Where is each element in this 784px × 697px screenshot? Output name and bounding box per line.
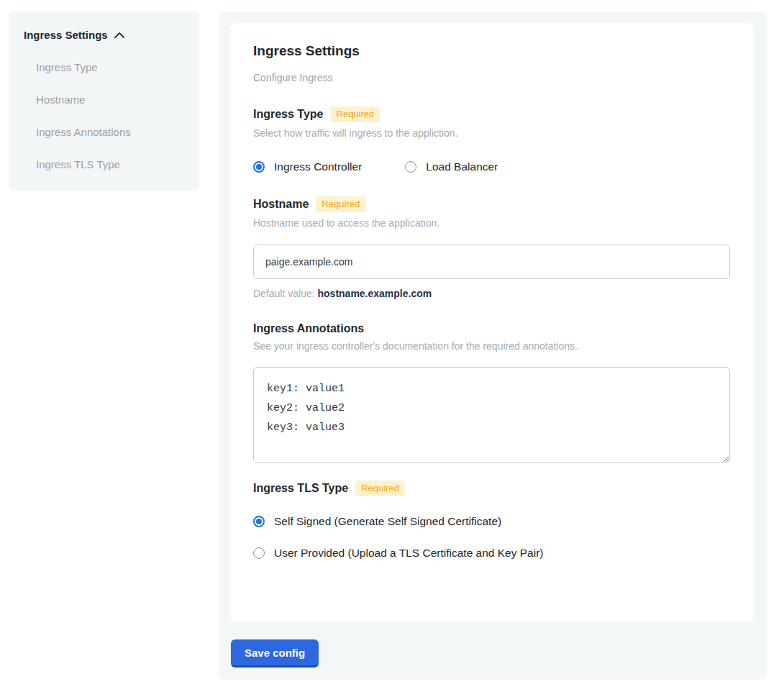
radio-label-load-balancer: Load Balancer (426, 160, 498, 173)
save-config-button[interactable]: Save config (231, 639, 319, 668)
sidebar-item-ingress-annotations[interactable]: Ingress Annotations (23, 126, 185, 138)
ingress-annotations-label: Ingress Annotations (253, 322, 364, 335)
hostname-input[interactable] (253, 245, 730, 279)
radio-option-load-balancer[interactable]: Load Balancer (405, 160, 498, 173)
ingress-settings-panel: Ingress Settings Configure Ingress Ingre… (219, 12, 767, 680)
sidebar-item-ingress-type[interactable]: Ingress Type (23, 61, 185, 73)
radio-user-provided[interactable] (253, 547, 265, 559)
radio-self-signed[interactable] (253, 516, 265, 527)
radio-load-balancer[interactable] (405, 161, 416, 173)
hostname-section: Hostname Required Hostname used to acces… (253, 196, 731, 299)
required-badge: Required (331, 106, 380, 122)
radio-option-self-signed[interactable]: Self Signed (Generate Self Signed Certif… (253, 515, 731, 528)
ingress-tls-type-section: Ingress TLS Type Required Self Signed (G… (253, 480, 731, 560)
hostname-label: Hostname (253, 198, 309, 211)
sidebar-nav-list: Ingress Type Hostname Ingress Annotation… (23, 61, 185, 170)
hostname-default-value: hostname.example.com (318, 288, 432, 299)
sidebar-item-hostname[interactable]: Hostname (23, 94, 185, 106)
ingress-type-section: Ingress Type Required Select how traffic… (253, 106, 731, 173)
ingress-settings-card: Ingress Settings Configure Ingress Ingre… (230, 23, 754, 621)
radio-label-user-provided: User Provided (Upload a TLS Certificate … (274, 547, 543, 560)
radio-label-ingress-controller: Ingress Controller (274, 160, 362, 173)
hostname-description: Hostname used to access the application. (253, 217, 731, 229)
radio-option-user-provided[interactable]: User Provided (Upload a TLS Certificate … (253, 547, 731, 560)
radio-ingress-controller[interactable] (253, 161, 265, 173)
ingress-annotations-section: Ingress Annotations See your ingress con… (253, 322, 731, 463)
hostname-default-prefix: Default value: (253, 288, 318, 299)
page-subtitle: Configure Ingress (253, 72, 731, 83)
sidebar-section-label: Ingress Settings (24, 29, 108, 41)
ingress-settings-sidebar: Ingress Settings Ingress Type Hostname I… (9, 12, 199, 191)
ingress-tls-type-label: Ingress TLS Type (253, 482, 348, 495)
required-badge: Required (355, 480, 405, 496)
ingress-type-radio-group: Ingress Controller Load Balancer (253, 160, 731, 173)
hostname-default-hint: Default value: hostname.example.com (253, 288, 731, 299)
required-badge: Required (316, 196, 365, 212)
chevron-up-icon (114, 32, 125, 39)
page-title: Ingress Settings (253, 43, 731, 59)
radio-label-self-signed: Self Signed (Generate Self Signed Certif… (274, 515, 501, 528)
radio-option-ingress-controller[interactable]: Ingress Controller (253, 160, 362, 173)
ingress-annotations-textarea[interactable]: key1: value1 key2: value2 key3: value3 (253, 367, 730, 463)
ingress-annotations-description: See your ingress controller's documentat… (253, 340, 731, 352)
ingress-type-label: Ingress Type (253, 108, 324, 121)
sidebar-section-toggle[interactable]: Ingress Settings (24, 29, 185, 41)
ingress-tls-radio-group: Self Signed (Generate Self Signed Certif… (253, 515, 731, 560)
ingress-type-description: Select how traffic will ingress to the a… (253, 127, 731, 139)
sidebar-item-ingress-tls-type[interactable]: Ingress TLS Type (23, 158, 185, 170)
